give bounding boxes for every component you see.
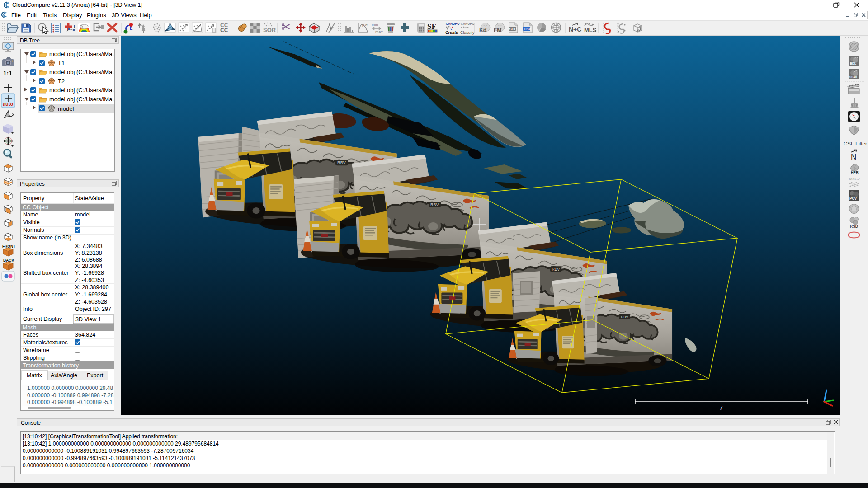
svg-text:N+C: N+C bbox=[569, 26, 581, 33]
svg-text:1:1: 1:1 bbox=[3, 70, 12, 77]
svg-text:X: 28.389400: X: 28.389400 bbox=[75, 284, 108, 291]
svg-text:PCV: PCV bbox=[849, 197, 857, 201]
svg-text:CANUPO: CANUPO bbox=[446, 22, 460, 25]
svg-text:Classify: Classify bbox=[460, 30, 475, 35]
svg-text:Stippling: Stippling bbox=[23, 355, 45, 361]
svg-text:Name: Name bbox=[23, 211, 38, 218]
svg-text:SF: SF bbox=[427, 22, 436, 31]
svg-text:3D View 1: 3D View 1 bbox=[75, 316, 101, 323]
svg-text:model.obj (C:/Users/iMa...: model.obj (C:/Users/iMa... bbox=[49, 69, 114, 75]
svg-text:Faces: Faces bbox=[23, 332, 38, 338]
svg-text:CSV: CSV bbox=[524, 27, 532, 31]
svg-text:min: min bbox=[372, 23, 378, 27]
svg-text:T2: T2 bbox=[58, 78, 65, 84]
svg-text:Transformation history: Transformation history bbox=[23, 362, 79, 369]
svg-text:max: max bbox=[375, 30, 383, 34]
svg-text:Materials/textures: Materials/textures bbox=[23, 339, 68, 346]
svg-text:Property: Property bbox=[23, 195, 45, 202]
svg-text:HPR: HPR bbox=[851, 170, 859, 174]
svg-text:Matrix: Matrix bbox=[27, 372, 42, 379]
svg-text:7: 7 bbox=[719, 404, 723, 412]
svg-text:RSD: RSD bbox=[850, 224, 858, 229]
svg-text:Axis/Angle: Axis/Angle bbox=[51, 372, 77, 379]
svg-text:Z: 6.08688: Z: 6.08688 bbox=[75, 257, 102, 263]
svg-text:CSF Filter: CSF Filter bbox=[844, 141, 867, 146]
svg-text:0.000000 -0.994898 -0.100889 -: 0.000000 -0.994898 -0.100889 -5.1 bbox=[27, 399, 113, 405]
svg-text:CC: CC bbox=[220, 27, 228, 33]
svg-text:SSAO: SSAO bbox=[849, 75, 857, 79]
svg-text:model.obj (C:/Users/iMa...: model.obj (C:/Users/iMa... bbox=[49, 96, 114, 103]
svg-text:M3C2: M3C2 bbox=[849, 177, 860, 181]
svg-text:Box dimensions: Box dimensions bbox=[23, 250, 63, 256]
svg-text:X: 28.3894: X: 28.3894 bbox=[75, 263, 103, 269]
svg-text:Y: -1.66928: Y: -1.66928 bbox=[75, 270, 104, 276]
svg-text:Export: Export bbox=[87, 372, 104, 379]
svg-text:0.000000 -0.100889 0.994898 -7: 0.000000 -0.100889 0.994898 -7.28 bbox=[27, 392, 114, 399]
svg-text:Kd: Kd bbox=[479, 27, 486, 33]
svg-text:Y: 8.23138: Y: 8.23138 bbox=[75, 250, 102, 256]
svg-text:Info: Info bbox=[23, 306, 33, 312]
svg-text:State/Value: State/Value bbox=[75, 195, 104, 202]
svg-text:model: model bbox=[58, 105, 74, 112]
svg-text:Wireframe: Wireframe bbox=[23, 347, 49, 353]
svg-text:model.obj (C:/Users/iMa...: model.obj (C:/Users/iMa... bbox=[49, 51, 114, 57]
svg-text:Object ID: 297: Object ID: 297 bbox=[75, 306, 111, 312]
svg-text:Y: -1.669284: Y: -1.669284 bbox=[75, 291, 107, 298]
svg-text:364,824: 364,824 bbox=[75, 332, 95, 338]
svg-text:model.obj (C:/Users/iMa...: model.obj (C:/Users/iMa... bbox=[49, 87, 114, 94]
svg-text:Create: Create bbox=[445, 30, 458, 35]
svg-text:Shifted box center: Shifted box center bbox=[23, 270, 69, 276]
svg-text:Normals: Normals bbox=[23, 227, 44, 233]
svg-text:X: 7.34483: X: 7.34483 bbox=[75, 243, 103, 249]
svg-text:CC Object: CC Object bbox=[23, 204, 49, 211]
svg-text:FM: FM bbox=[494, 27, 501, 33]
svg-text:SHP: SHP bbox=[509, 27, 517, 31]
svg-text:Z: -4.60353: Z: -4.60353 bbox=[75, 277, 104, 283]
svg-text:Mesh: Mesh bbox=[23, 324, 37, 331]
svg-text:Show name (in 3D): Show name (in 3D) bbox=[23, 235, 71, 241]
svg-text:auto: auto bbox=[3, 101, 14, 107]
svg-text:Z: -4.603528: Z: -4.603528 bbox=[75, 299, 107, 305]
svg-text:Current Display: Current Display bbox=[23, 316, 62, 322]
svg-text:Visible: Visible bbox=[23, 219, 40, 225]
svg-text:SOR: SOR bbox=[263, 27, 276, 33]
svg-text:N: N bbox=[851, 153, 856, 161]
svg-text:CANUPO: CANUPO bbox=[461, 22, 475, 25]
svg-text:Global box center: Global box center bbox=[23, 291, 67, 298]
svg-text:MLS: MLS bbox=[584, 27, 597, 33]
svg-text:T1: T1 bbox=[58, 60, 65, 66]
svg-text:μ,σ: μ,σ bbox=[362, 23, 368, 27]
svg-text:EDL: EDL bbox=[850, 61, 857, 66]
svg-text:1.000000 0.000000 0.000000 29.: 1.000000 0.000000 0.000000 29.48 bbox=[27, 385, 113, 391]
svg-text:model: model bbox=[75, 211, 90, 218]
